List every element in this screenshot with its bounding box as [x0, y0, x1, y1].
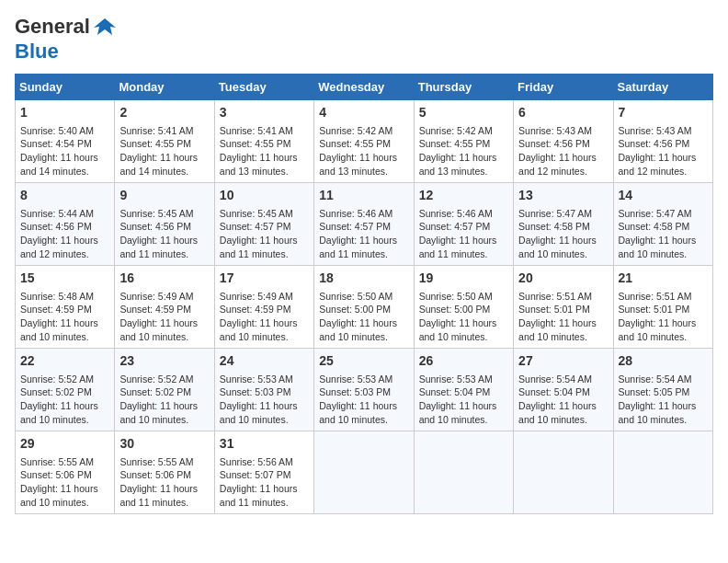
calendar-cell: 20Sunrise: 5:51 AMSunset: 5:01 PMDayligh…: [514, 266, 613, 349]
daylight-text: Daylight: 11 hours and 10 minutes.: [619, 400, 697, 425]
sunrise-text: Sunrise: 5:45 AM: [220, 208, 293, 219]
calendar-cell: 25Sunrise: 5:53 AMSunset: 5:03 PMDayligh…: [314, 349, 414, 431]
calendar-cell: 26Sunrise: 5:53 AMSunset: 5:04 PMDayligh…: [414, 349, 513, 431]
calendar-cell: 29Sunrise: 5:55 AMSunset: 5:06 PMDayligh…: [16, 431, 115, 514]
daylight-text: Daylight: 11 hours and 10 minutes.: [419, 400, 497, 425]
calendar-cell: 31Sunrise: 5:56 AMSunset: 5:07 PMDayligh…: [214, 431, 313, 514]
day-number: 2: [119, 104, 209, 122]
daylight-text: Daylight: 11 hours and 10 minutes.: [518, 317, 597, 342]
sunrise-text: Sunrise: 5:40 AM: [20, 125, 94, 136]
sunrise-text: Sunrise: 5:54 AM: [619, 373, 692, 385]
sunset-text: Sunset: 5:01 PM: [518, 304, 590, 315]
daylight-text: Daylight: 11 hours and 12 minutes.: [20, 235, 98, 259]
daylight-text: Daylight: 11 hours and 10 minutes.: [220, 317, 298, 342]
sunrise-text: Sunrise: 5:51 AM: [619, 291, 692, 302]
day-number: 28: [619, 352, 708, 371]
day-number: 26: [419, 352, 508, 371]
daylight-text: Daylight: 11 hours and 11 minutes.: [319, 235, 397, 259]
day-number: 29: [20, 435, 109, 454]
sunset-text: Sunset: 4:58 PM: [518, 221, 590, 232]
day-number: 7: [619, 104, 708, 122]
sunrise-text: Sunrise: 5:52 AM: [119, 373, 193, 385]
calendar-cell: 15Sunrise: 5:48 AMSunset: 4:59 PMDayligh…: [16, 266, 115, 349]
sunrise-text: Sunrise: 5:46 AM: [319, 208, 392, 219]
calendar-cell: 27Sunrise: 5:54 AMSunset: 5:04 PMDayligh…: [514, 349, 613, 431]
day-number: 4: [319, 104, 408, 122]
calendar-cell: 4Sunrise: 5:42 AMSunset: 4:55 PMDaylight…: [314, 100, 414, 183]
sunrise-text: Sunrise: 5:50 AM: [419, 291, 493, 302]
sunset-text: Sunset: 4:56 PM: [119, 221, 191, 232]
sunset-text: Sunset: 5:03 PM: [319, 386, 391, 397]
day-number: 24: [220, 352, 309, 371]
sunrise-text: Sunrise: 5:46 AM: [419, 208, 493, 219]
sunrise-text: Sunrise: 5:51 AM: [518, 291, 592, 302]
daylight-text: Daylight: 11 hours and 10 minutes.: [20, 483, 98, 508]
calendar-week-1: 1Sunrise: 5:40 AMSunset: 4:54 PMDaylight…: [16, 100, 713, 183]
sunrise-text: Sunrise: 5:47 AM: [518, 208, 592, 219]
sunset-text: Sunset: 4:54 PM: [20, 138, 92, 149]
calendar-cell: 6Sunrise: 5:43 AMSunset: 4:56 PMDaylight…: [514, 100, 613, 183]
calendar-week-4: 22Sunrise: 5:52 AMSunset: 5:02 PMDayligh…: [16, 349, 713, 431]
daylight-text: Daylight: 11 hours and 10 minutes.: [20, 400, 98, 425]
sunrise-text: Sunrise: 5:49 AM: [220, 291, 293, 302]
sunrise-text: Sunrise: 5:48 AM: [20, 291, 94, 302]
calendar-cell: 19Sunrise: 5:50 AMSunset: 5:00 PMDayligh…: [414, 266, 513, 349]
sunset-text: Sunset: 5:02 PM: [119, 386, 191, 397]
sunrise-text: Sunrise: 5:43 AM: [518, 125, 592, 136]
sunrise-text: Sunrise: 5:53 AM: [220, 373, 293, 385]
daylight-text: Daylight: 11 hours and 12 minutes.: [518, 152, 597, 177]
day-number: 30: [119, 435, 209, 454]
sunrise-text: Sunrise: 5:45 AM: [119, 208, 193, 219]
day-number: 17: [220, 270, 309, 288]
calendar-cell: 21Sunrise: 5:51 AMSunset: 5:01 PMDayligh…: [613, 266, 712, 349]
sunset-text: Sunset: 4:57 PM: [220, 221, 291, 232]
header-saturday: Saturday: [613, 75, 712, 100]
sunrise-text: Sunrise: 5:41 AM: [220, 125, 293, 136]
sunrise-text: Sunrise: 5:47 AM: [619, 208, 692, 219]
sunrise-text: Sunrise: 5:52 AM: [20, 373, 94, 385]
sunset-text: Sunset: 4:56 PM: [619, 138, 690, 149]
sunset-text: Sunset: 5:06 PM: [119, 469, 191, 480]
daylight-text: Daylight: 11 hours and 10 minutes.: [319, 317, 397, 342]
calendar-cell: [314, 431, 414, 514]
daylight-text: Daylight: 11 hours and 11 minutes.: [119, 235, 198, 259]
day-number: 15: [20, 270, 109, 288]
calendar-cell: 24Sunrise: 5:53 AMSunset: 5:03 PMDayligh…: [214, 349, 313, 431]
calendar-cell: 1Sunrise: 5:40 AMSunset: 4:54 PMDaylight…: [16, 100, 115, 183]
day-number: 21: [619, 270, 708, 288]
sunset-text: Sunset: 4:55 PM: [319, 138, 391, 149]
daylight-text: Daylight: 11 hours and 10 minutes.: [518, 400, 597, 425]
sunrise-text: Sunrise: 5:42 AM: [319, 125, 392, 136]
logo-blue: Blue: [15, 40, 59, 63]
sunrise-text: Sunrise: 5:44 AM: [20, 208, 94, 219]
day-number: 8: [20, 187, 109, 205]
logo-text: General Blue: [15, 15, 119, 63]
header-sunday: Sunday: [16, 75, 115, 100]
daylight-text: Daylight: 11 hours and 14 minutes.: [20, 152, 98, 177]
calendar-cell: 28Sunrise: 5:54 AMSunset: 5:05 PMDayligh…: [613, 349, 712, 431]
daylight-text: Daylight: 11 hours and 10 minutes.: [619, 235, 697, 259]
calendar-cell: [613, 431, 712, 514]
calendar-week-5: 29Sunrise: 5:55 AMSunset: 5:06 PMDayligh…: [16, 431, 713, 514]
sunrise-text: Sunrise: 5:41 AM: [119, 125, 193, 136]
sunrise-text: Sunrise: 5:53 AM: [419, 373, 493, 385]
daylight-text: Daylight: 11 hours and 10 minutes.: [518, 235, 597, 259]
page-header: General Blue: [15, 15, 713, 63]
day-number: 11: [319, 187, 408, 205]
sunset-text: Sunset: 4:55 PM: [119, 138, 191, 149]
sunset-text: Sunset: 4:57 PM: [419, 221, 491, 232]
day-number: 25: [319, 352, 408, 371]
daylight-text: Daylight: 11 hours and 10 minutes.: [419, 317, 497, 342]
daylight-text: Daylight: 11 hours and 10 minutes.: [119, 400, 198, 425]
daylight-text: Daylight: 11 hours and 10 minutes.: [619, 317, 697, 342]
sunset-text: Sunset: 4:56 PM: [518, 138, 590, 149]
sunset-text: Sunset: 5:00 PM: [319, 304, 391, 315]
calendar-cell: 5Sunrise: 5:42 AMSunset: 4:55 PMDaylight…: [414, 100, 513, 183]
header-thursday: Thursday: [414, 75, 513, 100]
calendar-cell: 12Sunrise: 5:46 AMSunset: 4:57 PMDayligh…: [414, 183, 513, 266]
day-number: 14: [619, 187, 708, 205]
day-number: 3: [220, 104, 309, 122]
sunset-text: Sunset: 5:05 PM: [619, 386, 690, 397]
calendar-week-3: 15Sunrise: 5:48 AMSunset: 4:59 PMDayligh…: [16, 266, 713, 349]
calendar-cell: 18Sunrise: 5:50 AMSunset: 5:00 PMDayligh…: [314, 266, 414, 349]
